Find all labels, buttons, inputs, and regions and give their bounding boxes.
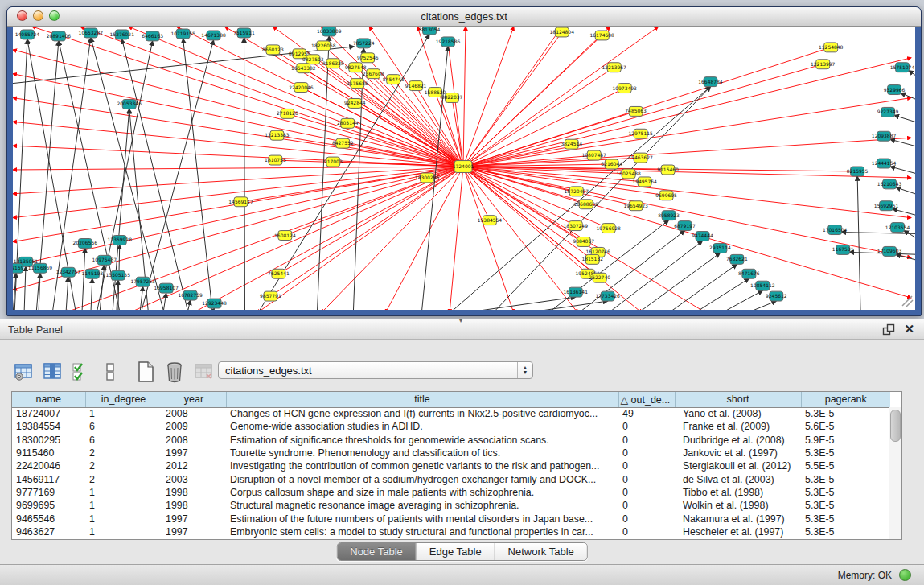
table-cell[interactable]: 1997 bbox=[162, 447, 226, 459]
table-cell[interactable]: 9777169 bbox=[12, 486, 85, 499]
table-cell[interactable]: 5.5E-5 bbox=[801, 459, 890, 472]
window-titlebar[interactable]: citations_edges.txt bbox=[7, 7, 921, 27]
graph-edge[interactable] bbox=[463, 58, 911, 167]
table-cell[interactable]: 9115460 bbox=[12, 447, 85, 459]
graph-edge[interactable] bbox=[317, 36, 329, 310]
close-panel-icon[interactable]: ✕ bbox=[904, 322, 914, 336]
table-cell[interactable]: 5.9E-5 bbox=[801, 434, 890, 447]
graph-edge[interactable] bbox=[451, 297, 576, 310]
graph-edge[interactable] bbox=[91, 278, 92, 310]
graph-edge[interactable] bbox=[122, 39, 189, 310]
table-cell[interactable]: 1 bbox=[85, 499, 162, 512]
column-header-year[interactable]: year bbox=[162, 392, 226, 407]
graph-edge[interactable] bbox=[909, 71, 915, 79]
table-mode-button[interactable] bbox=[11, 360, 35, 384]
table-cell[interactable]: 0 bbox=[618, 472, 675, 485]
table-cell[interactable]: 14569117 bbox=[12, 472, 85, 485]
graph-edge[interactable] bbox=[321, 167, 463, 310]
graph-edge[interactable] bbox=[13, 167, 463, 194]
table-cell[interactable]: 0 bbox=[618, 499, 675, 512]
graph-edge[interactable] bbox=[894, 115, 915, 123]
table-cell[interactable]: 2003 bbox=[162, 472, 226, 485]
column-header-out_de[interactable]: △ out_de... bbox=[618, 392, 675, 407]
table-cell[interactable]: 1 bbox=[85, 486, 162, 499]
clear-selection-button[interactable] bbox=[98, 360, 122, 384]
graph-edge[interactable] bbox=[890, 167, 915, 175]
table-cell[interactable]: 1 bbox=[85, 407, 162, 420]
graph-edge[interactable] bbox=[896, 254, 915, 261]
table-cell[interactable]: 0 bbox=[618, 486, 675, 499]
graph-edge[interactable] bbox=[129, 167, 463, 310]
graph-edge[interactable] bbox=[13, 122, 463, 167]
column-header-in_degree[interactable]: in_degree bbox=[85, 392, 162, 407]
graph-edge[interactable] bbox=[514, 301, 608, 310]
float-panel-icon[interactable] bbox=[882, 323, 895, 336]
graph-edge[interactable] bbox=[857, 176, 860, 310]
zoom-window-button[interactable] bbox=[49, 10, 60, 21]
table-row[interactable]: 1830029562008Estimation of significance … bbox=[12, 434, 890, 447]
graph-edge[interactable] bbox=[129, 27, 463, 167]
table-cell[interactable]: 5.3E-5 bbox=[801, 525, 890, 538]
graph-edge[interactable] bbox=[13, 167, 463, 218]
table-cell[interactable]: 6 bbox=[85, 420, 162, 433]
table-cell[interactable]: 2008 bbox=[162, 407, 226, 420]
table-cell[interactable]: Structural magnetic resonance image aver… bbox=[226, 499, 618, 512]
graph-edge[interactable] bbox=[463, 47, 831, 167]
table-cell[interactable]: 5.3E-5 bbox=[801, 472, 890, 485]
table-cell[interactable]: de Silva et al. (2003) bbox=[675, 472, 801, 485]
graph-edge[interactable] bbox=[183, 39, 213, 310]
table-cell[interactable]: 2 bbox=[85, 447, 162, 459]
table-cell[interactable]: Disruption of a novel member of a sodium… bbox=[226, 472, 618, 485]
table-cell[interactable]: Investigating the contribution of common… bbox=[226, 459, 618, 472]
table-cell[interactable]: Jankovic et al. (1997) bbox=[675, 447, 801, 459]
graph-edge[interactable] bbox=[13, 167, 463, 266]
table-cell[interactable]: 1998 bbox=[162, 499, 226, 512]
table-cell[interactable]: 0 bbox=[618, 447, 675, 459]
column-header-title[interactable]: title bbox=[226, 392, 618, 407]
graph-edge[interactable] bbox=[240, 167, 463, 202]
table-cell[interactable]: 18300295 bbox=[12, 434, 85, 447]
table-selector-dropdown[interactable]: citations_edges.txt ▲▼ bbox=[218, 361, 533, 379]
table-cell[interactable]: 5.6E-5 bbox=[801, 420, 890, 433]
table-cell[interactable]: Tibbo et al. (1998) bbox=[675, 486, 801, 499]
table-cell[interactable]: Tourette syndrome. Phenomenology and cla… bbox=[226, 447, 618, 459]
table-cell[interactable]: 5.3E-5 bbox=[801, 512, 890, 525]
delete-column-button[interactable] bbox=[162, 360, 187, 384]
table-cell[interactable]: Embryonic stem cells: a model to study s… bbox=[226, 525, 618, 538]
table-cell[interactable]: Genome-wide association studies in ADHD. bbox=[226, 420, 618, 433]
graph-edge[interactable] bbox=[893, 209, 915, 216]
table-row[interactable]: 969969511998Structural magnetic resonanc… bbox=[12, 499, 890, 512]
table-cell[interactable]: Estimation of the future numbers of pati… bbox=[226, 512, 618, 525]
table-cell[interactable]: 2008 bbox=[162, 434, 226, 447]
table-cell[interactable]: 0 bbox=[618, 459, 675, 472]
graph-edge[interactable] bbox=[24, 266, 26, 310]
graph-edge[interactable] bbox=[463, 167, 911, 218]
graph-edge[interactable] bbox=[244, 38, 244, 310]
table-cell[interactable]: 2012 bbox=[162, 459, 226, 472]
scrollbar-thumb[interactable] bbox=[890, 410, 901, 442]
table-row[interactable]: 946362711997Embryonic stem cells: a mode… bbox=[12, 525, 890, 538]
table-row[interactable]: 1456911722003Disruption of a novel membe… bbox=[12, 472, 890, 485]
close-window-button[interactable] bbox=[17, 10, 27, 21]
import-table-button[interactable] bbox=[191, 360, 216, 384]
graph-edge[interactable] bbox=[636, 253, 721, 310]
graph-edge[interactable] bbox=[163, 293, 166, 310]
new-column-button[interactable] bbox=[133, 360, 158, 384]
table-cell[interactable]: 9465546 bbox=[12, 512, 85, 525]
graph-edge[interactable] bbox=[904, 231, 915, 241]
graph-edge[interactable] bbox=[742, 301, 776, 310]
table-cell[interactable]: 2 bbox=[85, 459, 162, 472]
table-cell[interactable]: 18724007 bbox=[12, 407, 85, 420]
canvas-resize-grip[interactable] bbox=[902, 296, 913, 307]
select-all-button[interactable] bbox=[69, 360, 93, 384]
table-cell[interactable]: 0 bbox=[618, 525, 675, 538]
graph-edge[interactable] bbox=[667, 264, 737, 310]
vertical-scrollbar[interactable] bbox=[889, 407, 901, 539]
graph-edge[interactable] bbox=[896, 187, 915, 196]
graph-edge[interactable] bbox=[13, 167, 463, 170]
table-cell[interactable]: 1997 bbox=[162, 525, 226, 538]
table-cell[interactable]: 1 bbox=[85, 525, 162, 538]
table-cell[interactable]: Nakamura et al. (1997) bbox=[675, 512, 801, 525]
table-cell[interactable]: 5.3E-5 bbox=[801, 407, 890, 420]
table-row[interactable]: 946554611997Estimation of the future num… bbox=[12, 512, 890, 525]
